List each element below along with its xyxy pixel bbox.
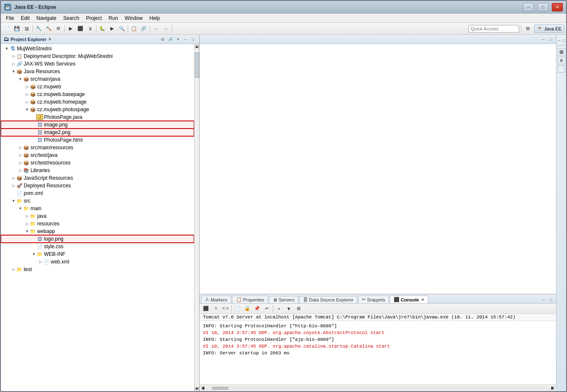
tree-item-cz-mujweb[interactable]: ▷ 📦 cz.mujweb	[1, 83, 194, 90]
console-disconnect[interactable]: ✕	[211, 304, 220, 313]
tree-item-logo-png[interactable]: 🖼 logo.png	[1, 235, 194, 243]
arrow-test[interactable]: ▷	[11, 266, 16, 272]
arrow-cz-home[interactable]: ▷	[25, 99, 30, 105]
tree-item-pom-xml[interactable]: 📄 pom.xml	[1, 189, 194, 197]
tree-item-src-main-java[interactable]: ▼ 📦 src/main/java	[1, 75, 194, 83]
tree-item-jaxws[interactable]: ▷ 🔗 JAX-WS Web Services	[1, 60, 194, 68]
console-display[interactable]: ▼	[284, 304, 293, 313]
tree-item-test[interactable]: ▷ 📁 test	[1, 266, 194, 273]
tree-item-deployed[interactable]: ▷ 🚀 Deployed Resources	[1, 182, 194, 189]
hscroll-thumb[interactable]	[212, 387, 229, 390]
tree-item-image2-png[interactable]: 🖼 image2.png	[1, 129, 194, 136]
tree-item-web-xml[interactable]: ▷ 📄 web.xml	[1, 258, 194, 266]
tab-markers[interactable]: ⚠ Markers	[201, 296, 231, 303]
arrow-resources[interactable]: ▷	[25, 221, 30, 227]
tab-data-source[interactable]: 🗄 Data Source Explorer	[299, 296, 357, 303]
toolbar-btn-11[interactable]: 🔗	[139, 24, 148, 33]
tree-item-src-test-java[interactable]: ▷ 📦 src/test/java	[1, 151, 194, 159]
tab-console[interactable]: ⬛ Console ✕	[390, 296, 428, 303]
arrow-jaxws[interactable]: ▷	[11, 61, 16, 67]
console-remove[interactable]: ✕✕	[221, 304, 230, 313]
tree-item-mujwebstredni[interactable]: ▼ 🏗 MujWebStredni	[1, 45, 194, 52]
tree-item-cz-mujweb-photo[interactable]: ▼ 📦 cz.mujweb.photospage	[1, 106, 194, 113]
tab-snippets[interactable]: ✂ Snippets	[358, 296, 389, 303]
scroll-left-btn[interactable]: ◀	[201, 386, 205, 390]
arrow-src-test-res[interactable]: ▷	[18, 160, 23, 166]
toolbar-btn-12[interactable]: ←	[151, 24, 161, 33]
panel-maximize-btn[interactable]: □	[190, 36, 197, 43]
toolbar-btn-9[interactable]: 🔍	[117, 24, 126, 33]
minimize-button[interactable]: ─	[523, 3, 534, 11]
tree-item-libraries[interactable]: ▷ 📚 Libraries	[1, 167, 194, 174]
toolbar-btn-5[interactable]: ⬛	[76, 24, 85, 33]
toolbar-btn-1[interactable]: 🔧	[34, 24, 44, 33]
scroll-down-btn[interactable]: ▼	[195, 387, 199, 390]
tree-item-resources[interactable]: ▷ 📁 resources	[1, 220, 194, 228]
arrow-js-res[interactable]: ▷	[11, 175, 16, 181]
console-hscrollbar[interactable]: ◀ ▶	[200, 384, 556, 391]
tree-item-src-test-res[interactable]: ▷ 📦 src/test/resources	[1, 159, 194, 167]
bottom-maximize[interactable]: □	[548, 296, 554, 303]
tree-item-image-png[interactable]: 🖼 image.png	[1, 121, 194, 129]
menu-run[interactable]: Run	[105, 14, 121, 22]
arrow-src-test-java[interactable]: ▷	[18, 152, 23, 158]
tree-item-photospage-html[interactable]: 🖼 PhotosPage.html	[1, 136, 194, 144]
right-tool-btn-2[interactable]: ≡	[558, 57, 565, 64]
right-toolbar-collapse[interactable]: ─	[556, 37, 562, 44]
menu-help[interactable]: Help	[146, 14, 164, 22]
menu-edit[interactable]: Edit	[17, 14, 33, 22]
arrow-web-xml[interactable]: ▷	[38, 259, 43, 265]
toolbar-open-perspective[interactable]: ⊞	[523, 24, 532, 33]
arrow-libraries[interactable]: ▷	[18, 167, 23, 173]
arrow-web-inf[interactable]: ▼	[31, 251, 36, 257]
tab-servers[interactable]: 🖥 Servers	[269, 296, 299, 303]
arrow-src[interactable]: ▼	[11, 198, 16, 204]
toolbar-btn-13[interactable]: →	[161, 24, 170, 33]
toolbar-btn-10[interactable]: 📋	[129, 24, 139, 33]
project-tree[interactable]: ▼ 🏗 MujWebStredni ▷ 📋 Deployment Descrip…	[1, 44, 194, 391]
toolbar-btn-8[interactable]: ▶	[107, 24, 117, 33]
tree-item-deployment-descriptor[interactable]: ▷ 📋 Deployment Descriptor: MujWebStredni	[1, 52, 194, 60]
menu-project[interactable]: Project	[82, 14, 105, 22]
console-wrap[interactable]: ↵	[262, 304, 271, 313]
toolbar-btn-6[interactable]: ⏸	[85, 24, 95, 33]
tree-item-style-css[interactable]: 📄 style.css	[1, 243, 194, 250]
arrow-main[interactable]: ▼	[18, 206, 23, 211]
tree-item-photospage-java[interactable]: J PhotosPage.java	[1, 113, 194, 121]
scroll-thumb[interactable]	[195, 52, 199, 78]
toolbar-btn-2[interactable]: 🔨	[44, 24, 53, 33]
arrow-deployed[interactable]: ▷	[11, 183, 16, 189]
menu-window[interactable]: Window	[121, 14, 146, 22]
editor-minimize[interactable]: ─	[540, 36, 547, 43]
tree-item-main[interactable]: ▼ 📁 main	[1, 205, 194, 212]
tree-item-js-res[interactable]: ▷ 📦 JavaScript Resources	[1, 174, 194, 182]
console-terminate[interactable]: ⬛	[201, 304, 211, 313]
tree-scrollbar[interactable]: ▲ ▼	[194, 44, 199, 391]
close-button[interactable]: ✕	[552, 3, 563, 11]
panel-menu-btn[interactable]: ▾	[175, 36, 181, 43]
scroll-right-btn[interactable]: ▶	[551, 386, 554, 390]
arrow-dd[interactable]: ▷	[11, 53, 16, 59]
maximize-button[interactable]: □	[537, 3, 548, 11]
tree-item-cz-mujweb-home[interactable]: ▷ 📦 cz.mujweb.homepage	[1, 98, 194, 106]
tree-item-src[interactable]: ▼ 📁 src	[1, 197, 194, 205]
toolbar-save[interactable]: 💾	[12, 24, 22, 33]
arrow-java-res[interactable]: ▼	[11, 69, 16, 74]
perspective-java-ee[interactable]: ☕ Java EE	[534, 25, 564, 33]
tree-item-cz-mujweb-base[interactable]: ▷ 📦 cz.mujweb.basepage	[1, 90, 194, 98]
arrow-mujwebstredni[interactable]: ▼	[4, 46, 9, 52]
tree-item-webapp[interactable]: ▼ 📁 webapp	[1, 228, 194, 235]
editor-maximize[interactable]: □	[548, 36, 554, 43]
right-tool-btn-1[interactable]: ⊞	[558, 48, 565, 56]
menu-file[interactable]: File	[3, 14, 17, 22]
arrow-cz-mujweb[interactable]: ▷	[25, 84, 30, 90]
tab-properties[interactable]: 📋 Properties	[232, 296, 268, 303]
panel-minimize-btn[interactable]: ─	[182, 36, 189, 43]
arrow-src-main[interactable]: ▼	[18, 76, 23, 82]
console-close[interactable]: ✕	[421, 298, 425, 302]
tree-item-src-main-res[interactable]: ▷ 📦 src/main/resources	[1, 144, 194, 151]
tree-item-java[interactable]: ▷ 📁 java	[1, 212, 194, 220]
toolbar-new[interactable]: 📄	[3, 24, 12, 33]
bottom-minimize[interactable]: ─	[540, 296, 547, 303]
arrow-webapp[interactable]: ▼	[25, 228, 30, 234]
